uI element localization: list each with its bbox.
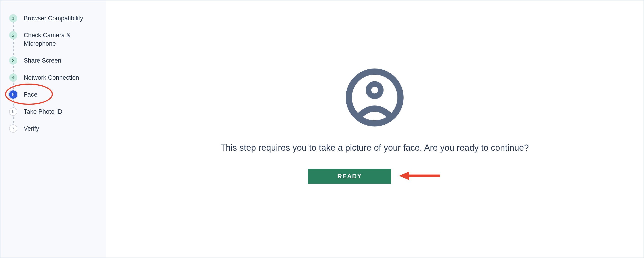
step-network-connection[interactable]: 4 Network Connection bbox=[9, 69, 101, 86]
svg-point-1 bbox=[368, 84, 381, 96]
step-connector bbox=[13, 65, 14, 73]
svg-marker-3 bbox=[399, 172, 409, 180]
prompt-text: This step requires you to take a picture… bbox=[220, 143, 529, 153]
step-number-badge: 1 bbox=[9, 14, 17, 22]
step-label: Check Camera & Microphone bbox=[24, 31, 92, 48]
main-content: This step requires you to take a picture… bbox=[106, 1, 644, 257]
step-number-badge: 4 bbox=[9, 74, 17, 82]
step-number-badge: 7 bbox=[9, 124, 17, 133]
step-number-badge: 5 bbox=[9, 90, 17, 99]
step-browser-compatibility[interactable]: 1 Browser Compatibility bbox=[9, 10, 101, 27]
ready-button[interactable]: READY bbox=[308, 169, 391, 184]
step-connector bbox=[13, 22, 14, 31]
step-connector bbox=[13, 99, 14, 107]
step-take-photo-id[interactable]: 6 Take Photo ID bbox=[9, 103, 101, 120]
step-face[interactable]: 5 Face bbox=[9, 86, 101, 103]
ready-row: READY bbox=[308, 169, 441, 184]
step-check-camera-microphone[interactable]: 2 Check Camera & Microphone bbox=[9, 27, 101, 52]
person-circle-icon bbox=[344, 67, 406, 129]
step-list: 1 Browser Compatibility 2 Check Camera &… bbox=[9, 10, 101, 137]
step-label: Browser Compatibility bbox=[24, 14, 83, 22]
step-label: Take Photo ID bbox=[24, 107, 62, 116]
step-verify[interactable]: 7 Verify bbox=[9, 120, 101, 137]
step-label: Network Connection bbox=[24, 73, 79, 82]
step-connector bbox=[13, 82, 14, 90]
step-connector bbox=[13, 116, 14, 124]
sidebar: 1 Browser Compatibility 2 Check Camera &… bbox=[0, 1, 106, 257]
step-number-badge: 6 bbox=[9, 107, 17, 116]
step-label: Face bbox=[24, 90, 37, 99]
step-number-badge: 2 bbox=[9, 31, 17, 39]
annotation-arrow-icon bbox=[398, 170, 441, 182]
step-number-badge: 3 bbox=[9, 56, 17, 65]
step-label: Share Screen bbox=[24, 56, 61, 65]
step-connector bbox=[13, 39, 14, 56]
step-share-screen[interactable]: 3 Share Screen bbox=[9, 52, 101, 69]
app-root: 1 Browser Compatibility 2 Check Camera &… bbox=[0, 0, 644, 258]
step-label: Verify bbox=[24, 124, 39, 133]
